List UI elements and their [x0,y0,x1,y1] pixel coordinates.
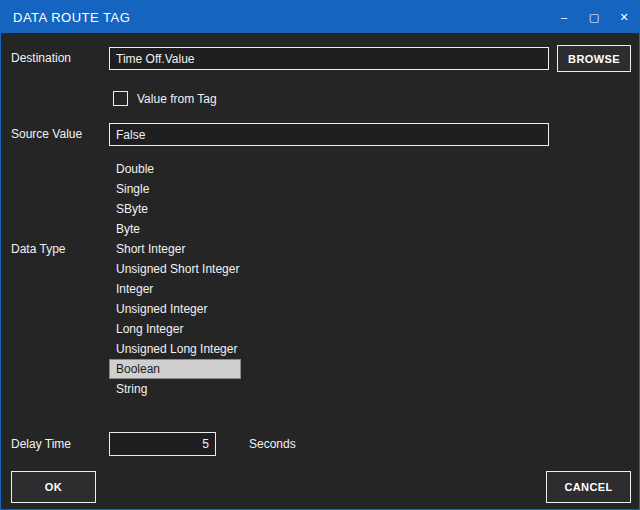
data-type-option-short-integer[interactable]: Short Integer [109,239,192,259]
window-controls: – ▢ ✕ [549,1,639,33]
source-value-label: Source Value [11,127,82,141]
data-route-tag-dialog: DATA ROUTE TAG – ▢ ✕ Destination BROWSE … [0,0,640,510]
value-from-tag-checkbox[interactable] [113,91,128,106]
minimize-icon[interactable]: – [549,1,579,33]
dialog-body: Destination BROWSE Value from Tag Source… [1,33,639,509]
data-type-list: Double Single SByte Byte Short Integer U… [109,159,246,399]
titlebar[interactable]: DATA ROUTE TAG – ▢ ✕ [1,1,639,33]
cancel-button[interactable]: CANCEL [546,471,631,503]
delay-time-label: Delay Time [11,437,71,451]
window-title: DATA ROUTE TAG [13,10,130,25]
browse-button[interactable]: BROWSE [557,45,631,72]
data-type-option-string[interactable]: String [109,379,154,399]
value-from-tag-label: Value from Tag [137,92,217,106]
data-type-option-integer[interactable]: Integer [109,279,160,299]
destination-input[interactable] [109,47,549,70]
data-type-option-long-integer[interactable]: Long Integer [109,319,190,339]
data-type-option-double[interactable]: Double [109,159,161,179]
data-type-option-unsigned-integer[interactable]: Unsigned Integer [109,299,214,319]
close-icon[interactable]: ✕ [609,1,639,33]
ok-button[interactable]: OK [11,471,96,503]
source-value-input[interactable] [109,123,549,146]
destination-label: Destination [11,51,71,65]
data-type-option-unsigned-long-integer[interactable]: Unsigned Long Integer [109,339,244,359]
data-type-option-sbyte[interactable]: SByte [109,199,155,219]
maximize-icon[interactable]: ▢ [579,1,609,33]
data-type-option-single[interactable]: Single [109,179,156,199]
delay-time-unit-label: Seconds [249,437,296,451]
data-type-option-boolean[interactable]: Boolean [109,359,241,379]
data-type-option-unsigned-short-integer[interactable]: Unsigned Short Integer [109,259,246,279]
delay-time-input[interactable] [109,432,216,456]
data-type-option-byte[interactable]: Byte [109,219,147,239]
data-type-label: Data Type [11,242,65,256]
